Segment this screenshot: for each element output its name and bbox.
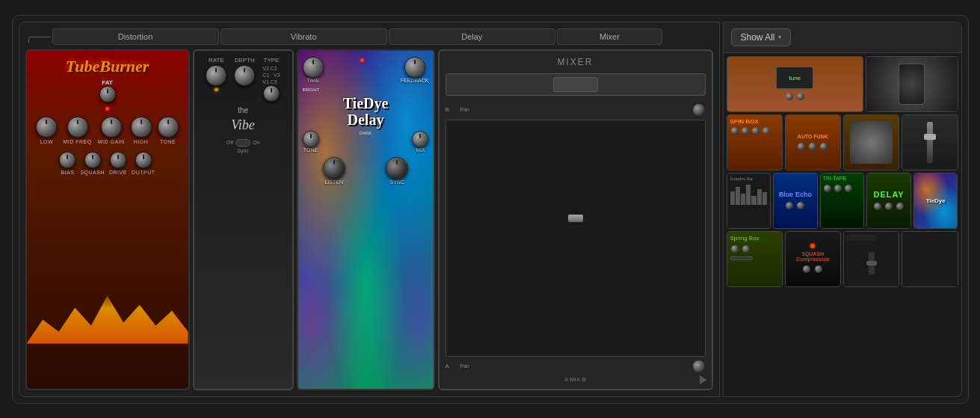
be-k2	[797, 202, 804, 209]
browser-item-delay[interactable]: DELAY	[866, 173, 911, 229]
squash-thumb: SQUASH Compression	[786, 232, 840, 286]
pan-a-knob[interactable]	[692, 360, 706, 373]
browser-item-empty2[interactable]	[902, 231, 958, 287]
browser-item-tuner[interactable]: tune	[727, 56, 864, 112]
spinbox-thumb: SPIN BOX	[727, 115, 782, 170]
eq-bars	[730, 182, 768, 205]
browser-item-springbox[interactable]: Spring Box	[727, 231, 783, 287]
browser-item-wah2[interactable]	[843, 114, 899, 170]
time-knob-group: TIME	[303, 57, 324, 83]
tritape-thumb: TRI-TAPE	[821, 173, 864, 228]
low-knob[interactable]	[36, 117, 57, 138]
tiedye-top-row: TIME FEEDBACK	[303, 57, 429, 83]
delay-thumb: DELAY	[867, 173, 910, 228]
led-tiedye	[360, 58, 364, 62]
tiedye-sub-title: Delay	[303, 111, 429, 128]
tab-mixer[interactable]: Mixer	[557, 28, 662, 45]
show-all-button[interactable]: Show All ▾	[731, 28, 791, 46]
drive-label: DRIVE	[109, 170, 127, 175]
empty1-thumb	[844, 232, 899, 286]
mid-freq-knob[interactable]	[67, 117, 88, 138]
wah2-rocker	[850, 121, 893, 164]
browser-item-spinbox[interactable]: SPIN BOX	[727, 114, 783, 170]
browser-row-1: tune	[727, 56, 958, 112]
led-center	[360, 57, 364, 83]
vibe-type-section: TYPE V2 C2 C1 V3 V1 C3	[262, 57, 280, 102]
knob-low: LOW	[36, 117, 57, 144]
browser-item-wah[interactable]	[866, 56, 958, 112]
feedback-label: FEEDBACK	[401, 78, 429, 83]
feedback-knob[interactable]	[404, 57, 425, 78]
delay-knobs	[873, 202, 905, 211]
browser-item-blue-echo[interactable]: Blue Echo	[773, 173, 818, 229]
tab-delay[interactable]: Delay	[389, 28, 555, 45]
pedal-vibe: RATE DEPTH TYPE V2 C2 C1 V	[193, 49, 294, 390]
spinbox-title: SPIN BOX	[730, 118, 779, 125]
vibe-depth-section: DEPTH	[234, 57, 255, 102]
fat-knob[interactable]	[99, 86, 116, 102]
show-all-label: Show All	[741, 32, 775, 43]
output-knob[interactable]	[135, 152, 152, 168]
sync-button[interactable]	[386, 157, 408, 179]
autofunk-title: AUTO FUNK	[798, 134, 828, 139]
td-mix-label: MIX	[416, 147, 425, 153]
tiedye-small-thumb: TieDye	[914, 173, 958, 228]
browser-item-squash[interactable]: SQUASH Compression	[785, 231, 841, 287]
fader-handle	[568, 215, 583, 222]
depth-knob[interactable]	[234, 65, 255, 86]
high-knob[interactable]	[131, 117, 152, 138]
master-fader[interactable]	[446, 120, 706, 357]
fat-label: FAT	[102, 79, 113, 86]
td-mix-knob[interactable]	[412, 131, 428, 147]
browser-item-tiedye-small[interactable]: TieDye	[913, 173, 958, 229]
bias-knob[interactable]	[59, 152, 75, 168]
browser-item-graphic-eq[interactable]: Graphic Eq	[727, 173, 771, 229]
vibe-switch: Off On Sync	[226, 139, 260, 153]
tone-knob[interactable]	[158, 117, 179, 138]
time-knob[interactable]	[303, 57, 324, 78]
browser-item-empty1[interactable]	[843, 231, 899, 287]
main-content: Distortion Vibrato Delay Mixer TubeB	[13, 16, 968, 403]
pedal-tiedye-delay: TIME FEEDBACK BRIGHT Ti	[297, 49, 435, 390]
type-knob[interactable]	[263, 85, 280, 102]
pedals-row: TubeBurner FAT LOW MID FREQ	[25, 49, 713, 390]
mid-gain-knob[interactable]	[101, 117, 122, 138]
tab-distortion[interactable]: Distortion	[52, 28, 219, 45]
knob-mid-gain: MID GAIN	[98, 117, 125, 144]
next-arrow[interactable]	[700, 375, 707, 384]
tuner-display-text: tune	[789, 75, 801, 82]
knob-bias: BIAS	[59, 152, 75, 175]
tone-knob-group: TONE	[303, 131, 319, 153]
browser-header: Show All ▾	[724, 22, 961, 53]
af-k2	[809, 143, 816, 150]
blue-echo-knobs	[785, 201, 805, 210]
squash-knob[interactable]	[84, 152, 101, 168]
pedalboard-panel: Distortion Vibrato Delay Mixer TubeB	[19, 22, 720, 397]
mix-knob-group: MIX	[412, 131, 428, 153]
td-tone-knob[interactable]	[303, 131, 319, 147]
type-label: TYPE	[264, 57, 280, 64]
be-k1	[786, 202, 793, 209]
listen-button[interactable]	[323, 157, 345, 179]
rate-knob[interactable]	[206, 65, 226, 86]
sp-k2	[742, 245, 750, 253]
pan-b-knob[interactable]	[692, 103, 706, 117]
knob-tone: TONE	[158, 117, 179, 144]
browser-item-tritape[interactable]: TRI-TAPE	[820, 173, 865, 229]
spring-coil	[730, 256, 753, 260]
feedback-knob-group: FEEDBACK	[401, 57, 429, 83]
tab-vibrato[interactable]: Vibrato	[221, 28, 387, 45]
browser-item-autofunk[interactable]: AUTO FUNK	[785, 114, 841, 170]
empty1-handle	[866, 261, 877, 265]
drive-knob[interactable]	[110, 152, 126, 168]
on-off-switch[interactable]	[235, 139, 250, 147]
autofunk-knobs	[797, 142, 828, 151]
springbox-title: Spring Box	[730, 235, 779, 242]
sb-k3	[752, 127, 759, 135]
mixer-title: MIXER	[446, 57, 706, 67]
fader-track	[927, 122, 933, 163]
tuner-display: tune	[776, 67, 813, 89]
empty1-inner	[844, 232, 899, 286]
output-label: OUTPUT	[132, 170, 155, 175]
browser-item-fader[interactable]	[902, 114, 958, 170]
